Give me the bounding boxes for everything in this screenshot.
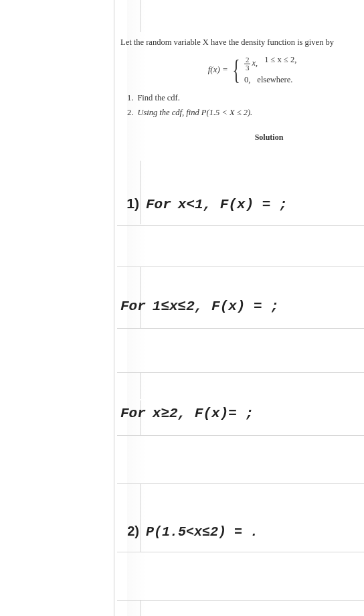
margin-rule (114, 0, 114, 616)
cell-rule-1a (141, 161, 141, 187)
cell-rule-1b (141, 187, 141, 224)
cell-rule-2a (141, 266, 141, 293)
a1-expr-2: 1≤x≤2, F(x) = ; (153, 299, 279, 314)
frac-den: 3 (244, 64, 251, 72)
hline-1 (117, 225, 364, 226)
a2-expr: P(1.5<x≤2) = . (146, 524, 258, 540)
answer-1-line-2: For 1≤x≤2, F(x) = ; (120, 299, 360, 314)
case2-cond: elsewhere. (257, 74, 292, 86)
problem-intro: Let the random variable X have the densi… (120, 37, 364, 49)
question-2: 2. Using the cdf, find P(1.5 < X ≤ 2). (127, 107, 364, 119)
for-keyword-2: For (120, 299, 146, 314)
cell-rule-3a (141, 372, 141, 399)
hline-2 (117, 266, 364, 267)
question-list: 1. Find the cdf. 2. Using the cdf, find … (127, 92, 364, 119)
problem-text: Let the random variable X have the densi… (120, 37, 364, 143)
hline-7 (117, 552, 364, 552)
a1-expr-3: x≥2, F(x)= ; (153, 406, 254, 421)
case2-val: 0, (244, 74, 250, 86)
page: Let the random variable X have the densi… (0, 0, 364, 616)
case1-after: x, (252, 58, 258, 70)
q1-text: Find the cdf. (137, 92, 180, 104)
answer-1-line-1: 1) For x<1, F(x) = ; (120, 196, 360, 212)
hline-5 (117, 435, 364, 436)
fraction: 2 3 (244, 56, 251, 72)
a1-expr-1: x<1, F(x) = ; (178, 197, 288, 212)
q2-num: 2. (127, 107, 133, 119)
cell-rule-4b (141, 517, 141, 552)
answer-1-line-3: For x≥2, F(x)= ; (120, 406, 360, 421)
question-1: 1. Find the cdf. (127, 92, 364, 104)
a1-number: 1) (120, 196, 139, 212)
piecewise-cases: 2 3 x, 1 ≤ x ≤ 2, 0, elsewhere. (244, 54, 296, 86)
case1-cond: 1 ≤ x ≤ 2, (264, 54, 296, 66)
hline-3 (117, 328, 364, 329)
answer-2-line: 2) P(1.5<x≤2) = . (120, 524, 360, 540)
a2-number: 2) (120, 524, 139, 539)
for-keyword: For (146, 197, 171, 212)
q1-num: 1. (127, 92, 133, 104)
case-1: 2 3 x, 1 ≤ x ≤ 2, (244, 54, 296, 72)
cell-rule-top (141, 0, 141, 32)
left-brace-icon: { (232, 58, 240, 81)
hline-6 (117, 483, 364, 484)
cell-rule-4a (141, 483, 141, 517)
solution-heading: Solution (174, 132, 364, 143)
cell-rule-5 (141, 600, 141, 616)
f-label: f(x) = (208, 64, 228, 76)
case-2: 0, elsewhere. (244, 74, 296, 86)
problem-block: Let the random variable X have the densi… (120, 37, 364, 150)
density-definition: f(x) = { 2 3 x, 1 ≤ x ≤ 2, (141, 54, 364, 86)
hline-4 (117, 372, 364, 373)
q2-text: Using the cdf, find P(1.5 < X ≤ 2). (137, 107, 252, 119)
hline-8 (117, 600, 364, 601)
for-keyword-3: For (120, 406, 146, 421)
frac-num: 2 (244, 56, 251, 64)
